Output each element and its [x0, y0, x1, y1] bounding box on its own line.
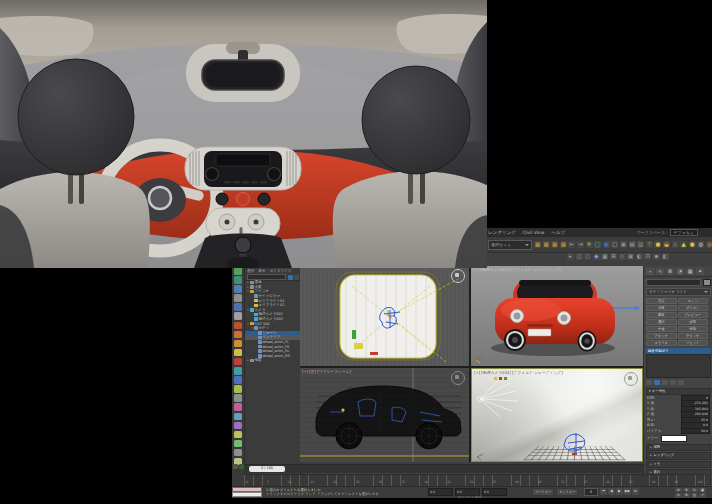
tree-row[interactable]: ▸ 地面 — [245, 358, 300, 363]
selection-set-dropdown[interactable]: 選択セット — [488, 240, 532, 250]
panel-button[interactable]: 参照 — [678, 319, 709, 325]
autokey-button[interactable]: オートキー — [532, 488, 554, 496]
viewcube-gizmo[interactable] — [451, 269, 465, 283]
mini-icon[interactable] — [233, 464, 238, 469]
toolbar-icon[interactable]: ⊥ — [672, 241, 679, 248]
light-gizmo[interactable] — [478, 377, 519, 417]
toolbar-icon[interactable]: ▥ — [637, 241, 644, 248]
remove-modifier-icon[interactable] — [670, 380, 676, 385]
viewport-nav-icon[interactable]: ⊞ — [683, 493, 690, 498]
tool-icon[interactable] — [234, 440, 243, 448]
color-swatch[interactable] — [661, 435, 687, 442]
coordinate-field[interactable]: 0.0 — [482, 488, 507, 496]
toolbar-icon[interactable]: ◉ — [603, 241, 610, 248]
transport-button[interactable]: ▶ — [616, 488, 623, 495]
toolbar-icon[interactable]: ▪ — [653, 253, 660, 260]
viewcube-gizmo[interactable] — [624, 372, 638, 386]
transport-button[interactable]: ⏭ — [632, 488, 639, 495]
x-axis-arrow[interactable] — [613, 306, 640, 311]
transport-button[interactable]: ⏮ — [600, 488, 607, 495]
toolbar-icon[interactable]: ◫ — [576, 253, 583, 260]
toolbar-icon[interactable]: ◐ — [636, 253, 643, 260]
command-tab-icon[interactable]: ∿ — [656, 268, 664, 275]
viewport-left-wireframe[interactable]: [+] [左] [ワイヤーフレーム] — [300, 368, 469, 462]
param-value-field[interactable]: 50.0 — [681, 428, 710, 435]
menu-item[interactable]: ヘルプ — [551, 230, 565, 235]
toolbar-icon[interactable]: ▦ — [601, 253, 608, 260]
tool-icon[interactable] — [234, 367, 243, 375]
toolbar-icon[interactable]: ▦ — [551, 241, 558, 248]
maxscript-mini-listener[interactable] — [232, 487, 262, 498]
toolbar-icon[interactable]: ◻ — [584, 253, 591, 260]
setkey-button[interactable]: セットキー — [556, 488, 578, 496]
toolbar-icon[interactable]: ▦ — [534, 241, 541, 248]
toolbar-icon[interactable]: ⊤ — [646, 241, 653, 248]
tool-icon[interactable] — [234, 358, 243, 366]
panel-button[interactable]: 選択 — [646, 319, 677, 325]
command-tab-icon[interactable]: ＋ — [646, 268, 654, 275]
toolbar-icon[interactable]: ● — [654, 241, 661, 248]
tool-icon[interactable] — [234, 267, 243, 275]
command-tab-icon[interactable]: ◔ — [676, 268, 684, 275]
object-color-swatch[interactable] — [703, 279, 711, 287]
viewport-nav-icon[interactable]: ↻ — [691, 488, 698, 493]
panel-button[interactable]: 削除 — [678, 326, 709, 332]
time-slider-thumb[interactable]: 0 / 100 — [249, 466, 285, 472]
toolbar-icon[interactable]: ▸ — [567, 253, 574, 260]
tool-icon[interactable] — [234, 403, 243, 411]
tool-icon[interactable] — [234, 276, 243, 284]
command-tab-icon[interactable]: ▦ — [686, 268, 694, 275]
panel-button[interactable]: アタッチ — [646, 333, 677, 339]
explorer-menu-item[interactable]: 選択 — [247, 269, 254, 273]
toolbar-icon[interactable]: ⊡ — [644, 253, 651, 260]
coordinate-field[interactable]: 0.0 — [428, 488, 453, 496]
transport-button[interactable]: ▶▶ — [624, 488, 631, 495]
collapsed-rollout-bar[interactable]: ＋ 補間 — [646, 444, 711, 452]
tool-icon[interactable] — [234, 294, 243, 302]
toolbar-icon[interactable]: ◒ — [663, 241, 670, 248]
panel-button[interactable]: 頂点 — [646, 298, 677, 304]
transport-button[interactable]: ◀ — [608, 488, 615, 495]
toolbar-icon[interactable]: ▤ — [629, 241, 636, 248]
tool-icon[interactable] — [234, 340, 243, 348]
toolbar-icon[interactable]: ⇥ — [577, 241, 584, 248]
tool-icon[interactable] — [234, 394, 243, 402]
modifier-stack-list[interactable] — [646, 354, 711, 378]
viewport-nav-icon[interactable]: ✥ — [683, 488, 690, 493]
panel-button[interactable]: 作成 — [646, 326, 677, 332]
pin-stack-icon[interactable] — [646, 380, 652, 385]
tool-icon[interactable] — [234, 413, 243, 421]
tool-icon[interactable] — [234, 285, 243, 293]
show-end-result-icon[interactable] — [654, 380, 660, 385]
panel-button[interactable]: エッジ — [678, 298, 709, 304]
viewport-label[interactable]: [+] [物理カメラ002] [デフォルト シェーディング] — [474, 370, 563, 375]
current-frame-field[interactable]: 0 — [584, 488, 598, 496]
collapsed-rollout-bar[interactable]: ＋ メモ — [646, 461, 711, 469]
panel-button[interactable]: ポリゴン — [678, 305, 709, 311]
tool-icon[interactable] — [234, 322, 243, 330]
viewport-camera-active[interactable]: [+] [物理カメラ002] [デフォルト シェーディング] — [471, 368, 643, 462]
toolbar-icon[interactable]: ● — [689, 241, 696, 248]
tool-icon[interactable] — [234, 449, 243, 457]
toolbar-icon[interactable]: ◇ — [619, 253, 626, 260]
toolbar-icon[interactable]: ◍ — [706, 241, 712, 248]
explorer-menu-item[interactable]: カスタマイズ — [269, 269, 291, 273]
viewport-top[interactable] — [300, 266, 469, 366]
modifier-list-dropdown[interactable]: モディファイヤ リスト — [646, 288, 711, 296]
tool-icon[interactable] — [234, 349, 243, 357]
toolbar-icon[interactable]: ⇤ — [568, 241, 575, 248]
viewcube-gizmo[interactable] — [451, 371, 465, 385]
tool-icon[interactable] — [234, 431, 243, 439]
toolbar-icon[interactable]: ▣ — [627, 253, 634, 260]
menu-item[interactable]: レンダリング — [488, 230, 516, 235]
object-name-input[interactable] — [646, 279, 701, 287]
viewport-camera-shaded[interactable]: [+] [物理カメラ001] [デフォルト シェーディング] — [471, 266, 643, 366]
timeline-ruler[interactable]: 0510152025303540455055606570758085909510… — [244, 474, 705, 486]
collapsed-rollout-bar[interactable]: ＋ レンダリング — [646, 452, 711, 460]
tool-icon[interactable] — [234, 303, 243, 311]
toolbar-icon[interactable]: ◆ — [593, 253, 600, 260]
tool-icon[interactable] — [234, 376, 243, 384]
tool-icon[interactable] — [234, 422, 243, 430]
viewport-nav-icon[interactable]: ⊖ — [675, 493, 682, 498]
toolbar-icon[interactable]: ✚ — [586, 241, 593, 248]
